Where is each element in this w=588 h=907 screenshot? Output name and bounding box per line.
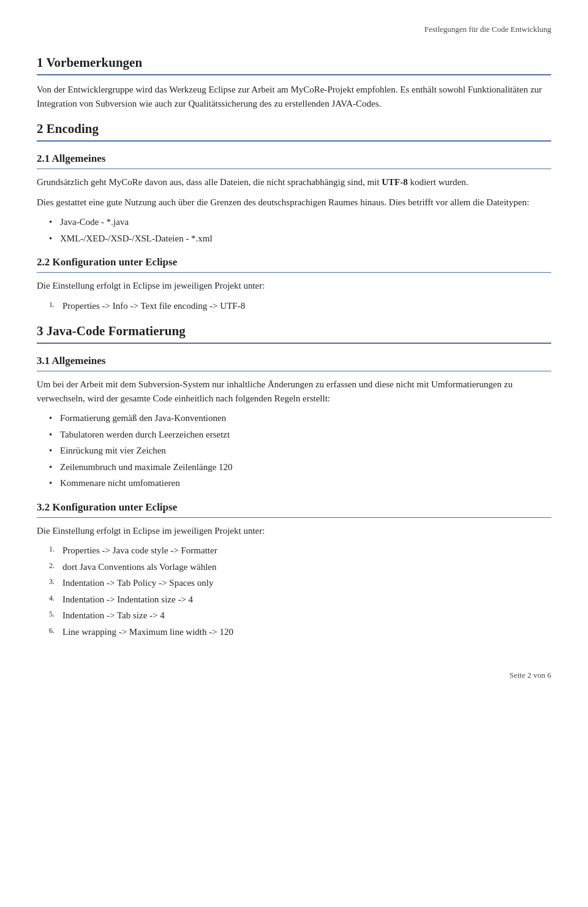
section-2-2-rule	[37, 272, 551, 273]
section-3-2-title: 3.2 Konfiguration unter Eclipse	[37, 501, 551, 514]
section-3-2-para: Die Einstellung erfolgt in Eclipse im je…	[37, 524, 551, 538]
section-3-1-para: Um bei der Arbeit mit dem Subversion-Sys…	[37, 378, 551, 405]
list-item: Tabulatoren werden durch Leerzeichen ers…	[49, 428, 551, 442]
section-3-rule	[37, 343, 551, 344]
section-3: 3 Java-Code Formatierung	[37, 324, 551, 344]
section-1-rule	[37, 74, 551, 75]
section-3-1-rule	[37, 371, 551, 371]
section-2: 2 Encoding	[37, 121, 551, 142]
section-2-1-para1: Grundsätzlich geht MyCoRe davon aus, das…	[37, 175, 551, 189]
page: Festlegungen für die Code Entwicklung 1 …	[0, 0, 588, 699]
list-item: Java-Code - *.java	[49, 215, 551, 229]
section-2-1-title: 2.1 Allgemeines	[37, 153, 551, 165]
section-2-1-list: Java-Code - *.java XML-/XED-/XSD-/XSL-Da…	[49, 215, 551, 245]
section-2-1-rule	[37, 169, 551, 169]
header-title: Festlegungen für die Code Entwicklung	[424, 25, 551, 34]
section-3-1: 3.1 Allgemeines Um bei der Arbeit mit de…	[37, 355, 551, 490]
section-1-title: 1 Vorbemerkungen	[37, 55, 551, 70]
section-2-2-list: 1. Properties -> Info -> Text file encod…	[49, 299, 551, 313]
list-item: 1. Properties -> Info -> Text file encod…	[49, 299, 551, 313]
section-3-1-title: 3.1 Allgemeines	[37, 355, 551, 367]
section-2-rule	[37, 140, 551, 142]
section-2-title: 2 Encoding	[37, 121, 551, 137]
section-3-2-list: 1. Properties -> Java code style -> Form…	[49, 544, 551, 639]
list-item: 1. Properties -> Java code style -> Form…	[49, 544, 551, 558]
section-1-para: Von der Entwicklergruppe wird das Werkze…	[37, 83, 551, 110]
section-2-2-para: Die Einstellung erfolgt in Eclipse im je…	[37, 279, 551, 293]
list-item: 4. Indentation -> Indentation size -> 4	[49, 593, 551, 607]
section-2-1: 2.1 Allgemeines Grundsätzlich geht MyCoR…	[37, 153, 551, 245]
list-item: Formatierung gemäß den Java-Konventionen	[49, 411, 551, 425]
list-item: XML-/XED-/XSD-/XSL-Dateien - *.xml	[49, 232, 551, 246]
section-3-1-list: Formatierung gemäß den Java-Konventionen…	[49, 411, 551, 490]
list-item: Kommenare nicht umfomatieren	[49, 476, 551, 490]
section-2-2-title: 2.2 Konfiguration unter Eclipse	[37, 256, 551, 268]
list-item: 2. dort Java Conventions als Vorlage wäh…	[49, 560, 551, 574]
section-1: 1 Vorbemerkungen Von der Entwicklergrupp…	[37, 55, 551, 110]
footer-text: Seite 2 von 6	[510, 670, 551, 680]
page-header: Festlegungen für die Code Entwicklung	[37, 25, 551, 37]
list-item: 3. Indentation -> Tab Policy -> Spaces o…	[49, 576, 551, 590]
list-item: 5. Indentation -> Tab size -> 4	[49, 609, 551, 623]
section-3-2-rule	[37, 517, 551, 518]
list-item: Zeilenumbruch und maximale Zeilenlänge 1…	[49, 460, 551, 474]
section-2-2: 2.2 Konfiguration unter Eclipse Die Eins…	[37, 256, 551, 313]
section-2-1-para2: Dies gestattet eine gute Nutzung auch üb…	[37, 195, 551, 210]
section-3-title: 3 Java-Code Formatierung	[37, 324, 551, 339]
list-item: Einrückung mit vier Zeichen	[49, 444, 551, 458]
section-3-2: 3.2 Konfiguration unter Eclipse Die Eins…	[37, 501, 551, 639]
page-footer: Seite 2 von 6	[510, 670, 551, 680]
list-item: 6. Line wrapping -> Maximum line width -…	[49, 625, 551, 639]
